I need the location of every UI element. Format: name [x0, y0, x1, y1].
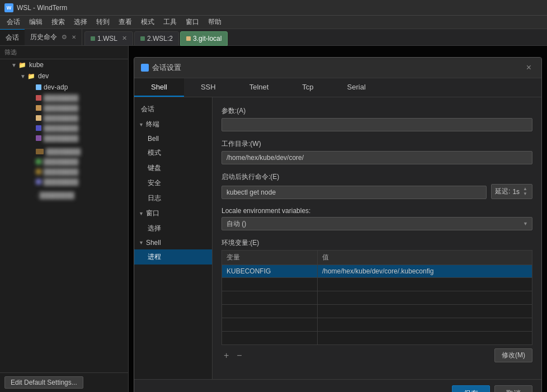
locale-group: Locale environment variables: 自动 ()	[221, 207, 532, 230]
menu-view[interactable]: 查看	[114, 16, 136, 28]
menu-mode[interactable]: 模式	[136, 16, 159, 28]
tree-item-blurred-3[interactable]: ████████	[0, 113, 128, 123]
workdir-label: 工作目录:(W)	[221, 139, 532, 149]
locale-select-wrapper: 自动 ()	[221, 217, 532, 230]
env-row-empty	[222, 278, 532, 291]
env-remove-button[interactable]: −	[234, 351, 244, 360]
session-color-icon	[36, 125, 41, 131]
dialog-title-icon	[141, 64, 149, 72]
nav-group-terminal[interactable]: ▼ 终端	[134, 117, 212, 132]
session-tab-wsl1[interactable]: 1.WSL ✕	[84, 31, 133, 46]
delay-value: 1s	[512, 188, 520, 196]
dialog-tab-ssh[interactable]: SSH	[184, 78, 233, 97]
tree-item-dev[interactable]: ▼ 📁 dev	[0, 70, 128, 82]
locale-label: Locale environment variables:	[221, 207, 532, 215]
nav-item-select[interactable]: 选择	[134, 221, 212, 236]
menu-goto[interactable]: 转到	[92, 16, 114, 28]
env-row[interactable]: KUBECONFIG /home/hex/kube/dev/core/.kube…	[222, 265, 532, 278]
spin-down-button[interactable]: ▼	[522, 192, 529, 196]
close-panel-icon[interactable]: ✕	[72, 34, 76, 40]
tree-item-kube[interactable]: ▼ 📁 kube	[0, 59, 128, 70]
nav-item-log[interactable]: 日志	[134, 191, 212, 206]
nav-group-shell[interactable]: ▼ Shell	[134, 236, 212, 249]
expand-arrow-icon: ▼	[11, 62, 18, 68]
tab-sessions[interactable]: 会话	[0, 29, 25, 45]
tree-item-blurred-9[interactable]: ████████	[0, 177, 128, 187]
dialog-content: 参数:(A) 工作目录:(W)	[213, 97, 541, 379]
menu-help[interactable]: 帮助	[204, 16, 226, 28]
tree-item-blurred-10[interactable]: - ████████	[0, 190, 128, 200]
env-row-empty	[222, 318, 532, 332]
expand-arrow-icon: ▼	[20, 73, 27, 79]
folder-icon: 📁	[18, 61, 27, 69]
nav-item-process[interactable]: 进程	[134, 249, 212, 265]
session-color-icon	[36, 105, 41, 111]
nav-item-session[interactable]: 会话	[134, 102, 212, 117]
nav-item-mode[interactable]: 模式	[134, 145, 212, 160]
dialog-tab-tcp[interactable]: Tcp	[285, 78, 330, 97]
session-label-blurred: ████████	[44, 135, 78, 141]
env-key-cell: KUBECONFIG	[222, 265, 318, 278]
tree-item-blurred-4[interactable]: ████████	[0, 123, 128, 133]
panel-tab-section: 会话 历史命令 ⚙ ✕	[0, 29, 82, 45]
dialog-overlay: 会话设置 × Shell SSH Telnet Tcp Serial 会话	[129, 46, 547, 392]
dialog-tab-telnet[interactable]: Telnet	[233, 78, 286, 97]
tree-item-blurred-1[interactable]: ████████	[0, 93, 128, 103]
menu-session[interactable]: 会话	[2, 16, 25, 28]
title-bar: W WSL - WindTerm	[0, 0, 547, 16]
save-button[interactable]: 保存	[452, 385, 490, 392]
tree-item-blurred-6[interactable]: ████████	[0, 147, 128, 157]
delay-control: 延迟: 1s ▲ ▼	[491, 184, 532, 199]
locale-select[interactable]: 自动 ()	[221, 217, 532, 230]
session-color-icon	[36, 115, 41, 121]
nav-item-keyboard[interactable]: 键盘	[134, 160, 212, 176]
dialog-close-button[interactable]: ×	[523, 62, 535, 73]
tree-item-blurred-7[interactable]: ████████	[0, 157, 128, 167]
tab-history[interactable]: 历史命令 ⚙ ✕	[25, 29, 82, 45]
env-col-key: 变量	[222, 251, 318, 265]
env-modify-button[interactable]: 修改(M)	[494, 348, 532, 362]
close-tab-icon[interactable]: ✕	[122, 35, 127, 42]
app-icon: W	[4, 3, 13, 12]
params-group: 参数:(A)	[221, 106, 532, 131]
dialog-tab-serial[interactable]: Serial	[331, 78, 383, 97]
env-add-button[interactable]: +	[221, 351, 231, 360]
env-row-empty	[222, 332, 532, 345]
menu-tools[interactable]: 工具	[159, 16, 181, 28]
tree-item-dev-adp[interactable]: dev-adp	[0, 82, 128, 93]
params-label: 参数:(A)	[221, 106, 532, 116]
env-row-empty	[222, 291, 532, 305]
cancel-button[interactable]: 取消	[494, 385, 532, 392]
dialog-tab-shell[interactable]: Shell	[134, 78, 184, 97]
tree-item-blurred-2[interactable]: ████████	[0, 103, 128, 113]
spin-up-button[interactable]: ▲	[522, 187, 529, 191]
session-label-blurred: ████████	[46, 148, 81, 155]
sidebar-filter: 筛选	[0, 46, 128, 59]
session-tab-git-local[interactable]: 3.git-local	[180, 31, 228, 46]
menu-select[interactable]: 选择	[69, 16, 92, 28]
startup-cmd-input[interactable]	[221, 186, 487, 199]
gear-icon[interactable]: ⚙	[62, 34, 67, 41]
nav-group-window[interactable]: ▼ 窗口	[134, 206, 212, 221]
nav-item-security[interactable]: 安全	[134, 176, 212, 191]
env-row-empty	[222, 305, 532, 318]
env-col-value: 值	[317, 251, 532, 265]
collapse-arrow-icon: ▼	[139, 122, 144, 127]
menu-edit[interactable]: 编辑	[25, 16, 47, 28]
params-input[interactable]	[221, 118, 532, 131]
env-table: 变量 值 KUBECONFIG /home/hex/kube/dev/core/…	[221, 250, 532, 345]
workdir-group: 工作目录:(W)	[221, 139, 532, 164]
session-tab-wsl2[interactable]: 2.WSL:2	[134, 31, 179, 46]
session-color-icon	[36, 135, 41, 141]
edit-default-button[interactable]: Edit Default Settings...	[4, 376, 83, 389]
tree-item-blurred-8[interactable]: ████████	[0, 167, 128, 177]
dialog-title: 会话设置	[152, 63, 181, 73]
nav-item-bell[interactable]: Bell	[134, 132, 212, 145]
terminal-area: 会话设置 × Shell SSH Telnet Tcp Serial 会话	[129, 46, 547, 392]
session-settings-dialog: 会话设置 × Shell SSH Telnet Tcp Serial 会话	[134, 57, 542, 392]
collapse-arrow-icon: ▼	[139, 240, 144, 245]
workdir-input[interactable]	[221, 151, 532, 164]
menu-window[interactable]: 窗口	[181, 16, 204, 28]
menu-search[interactable]: 搜索	[47, 16, 69, 28]
tree-item-blurred-5[interactable]: ████████	[0, 133, 128, 143]
